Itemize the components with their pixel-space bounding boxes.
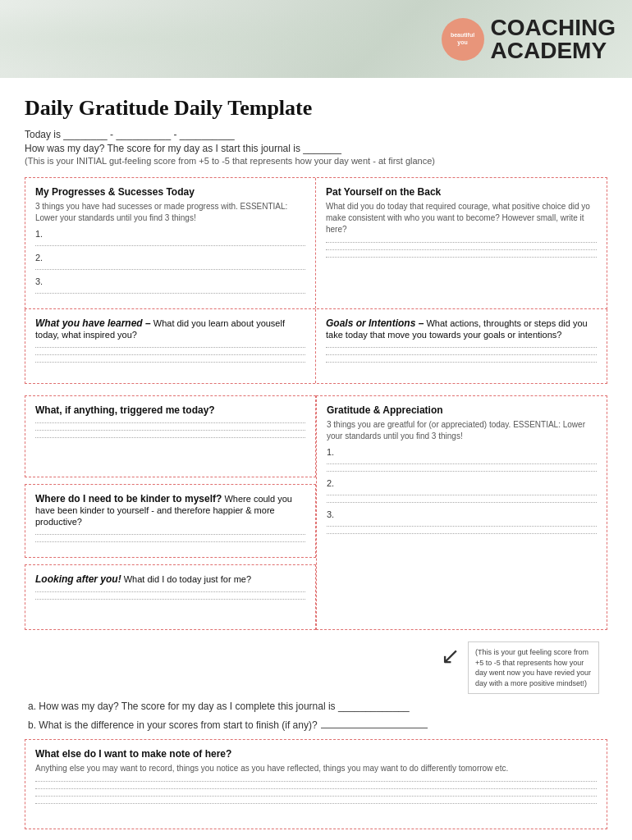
- kinder-div2: [35, 541, 305, 542]
- gratitude-item1: 1.: [327, 447, 597, 457]
- divider1: [35, 245, 305, 246]
- section-kinder: Where do I need to be kinder to myself? …: [25, 484, 316, 558]
- question-b-text: b. What is the difference in your scores…: [28, 719, 318, 731]
- goals-title: Goals or Intentions – What actions, thro…: [326, 317, 597, 340]
- goals-div3: [326, 362, 597, 363]
- middle-grid: What you have learned – What did you lea…: [25, 309, 607, 384]
- pat-divider3: [326, 257, 597, 258]
- question-b-underline: [321, 717, 428, 728]
- grat-div3: [327, 495, 597, 495]
- logo-line2: ACADEMY: [491, 39, 616, 62]
- logo-area: beautiful you COACHING ACADEMY: [442, 16, 616, 62]
- section-triggered: What, if anything, triggered me today?: [25, 395, 316, 477]
- section-looking: Looking after you! What did I do today j…: [25, 564, 316, 630]
- lower-grid: What, if anything, triggered me today? W…: [25, 395, 607, 630]
- gratitude-subtitle: 3 things you are greatful for (or apprec…: [327, 419, 597, 442]
- grat-div6: [327, 533, 597, 534]
- logo-text: COACHING ACADEMY: [491, 16, 616, 62]
- final-div4: [35, 803, 597, 804]
- kinder-title: Where do I need to be kinder to myself? …: [35, 493, 305, 527]
- triggered-div1: [35, 422, 305, 423]
- gratitude-item3: 3.: [327, 509, 597, 519]
- section-pat: Pat Yourself on the Back What did you do…: [316, 178, 607, 308]
- question-a: a. How was my day? The score for my day …: [28, 701, 607, 712]
- grat-div5: [327, 526, 597, 527]
- section-learned: What you have learned – What did you lea…: [25, 309, 316, 383]
- looking-title-normal: What did I do today just for me?: [121, 574, 251, 584]
- triggered-div3: [35, 437, 305, 438]
- logo-circle-line2: you: [457, 39, 467, 46]
- section-gratitude: Gratitude & Appreciation 3 things you ar…: [316, 395, 607, 630]
- score-line: How was my day? The score for my day as …: [25, 143, 607, 154]
- bottom-score-area: ↙ (This is your gut feeling score from +…: [25, 641, 607, 694]
- gratitude-item2: 2.: [327, 478, 597, 488]
- gratitude-title: Gratitude & Appreciation: [327, 404, 597, 416]
- learned-div1: [35, 347, 305, 348]
- top-grid: My Progresses & Sucesses Today 3 things …: [25, 177, 607, 309]
- pat-divider1: [326, 242, 597, 243]
- grat-div1: [327, 463, 597, 464]
- final-div3: [35, 796, 597, 797]
- looking-title-bold: Looking after you!: [35, 573, 121, 585]
- goals-div1: [326, 347, 597, 348]
- page-title: Daily Gratitude Daily Template: [25, 96, 607, 121]
- goals-div2: [326, 354, 597, 355]
- progresses-subtitle: 3 things you have had sucesses or made p…: [35, 201, 305, 224]
- looking-div2: [35, 599, 305, 600]
- lower-left: What, if anything, triggered me today? W…: [25, 395, 316, 630]
- section-progresses: My Progresses & Sucesses Today 3 things …: [25, 178, 316, 308]
- looking-div1: [35, 591, 305, 592]
- learned-div2: [35, 354, 305, 355]
- date-line: Today is ________ - __________ - _______…: [25, 129, 607, 140]
- triggered-title: What, if anything, triggered me today?: [35, 404, 305, 416]
- pat-lines: [326, 242, 597, 258]
- bottom-questions: a. How was my day? The score for my day …: [25, 701, 607, 731]
- section-final-note: What else do I want to make note of here…: [25, 739, 607, 829]
- page: beautiful you COACHING ACADEMY Daily Gra…: [0, 0, 632, 840]
- looking-title: Looking after you! What did I do today j…: [35, 573, 305, 585]
- progresses-item1: 1.: [35, 229, 305, 239]
- final-div2: [35, 788, 597, 789]
- progresses-item3: 3.: [35, 276, 305, 286]
- divider2: [35, 269, 305, 270]
- bottom-score-note: (This is your gut feeling score from +5 …: [468, 641, 599, 694]
- progresses-title: My Progresses & Sucesses Today: [35, 186, 305, 198]
- progresses-item2: 2.: [35, 253, 305, 262]
- grat-div4: [327, 502, 597, 503]
- logo-line1: COACHING: [491, 16, 616, 39]
- content: Daily Gratitude Daily Template Today is …: [0, 78, 632, 840]
- learned-div3: [35, 362, 305, 363]
- pat-subtitle: What did you do today that required cour…: [326, 201, 597, 235]
- learned-title-bold: What you have learned –: [35, 317, 151, 329]
- triggered-div2: [35, 430, 305, 431]
- final-div1: [35, 781, 597, 782]
- final-note-subtitle: Anything else you may want to record, th…: [35, 763, 597, 774]
- learned-title: What you have learned – What did you lea…: [35, 317, 305, 340]
- logo-circle: beautiful you: [442, 18, 484, 61]
- logo-circle-line1: beautiful: [451, 32, 474, 39]
- score-note: (This is your INITIAL gut-feeling score …: [25, 156, 607, 166]
- divider3: [35, 293, 305, 294]
- section-goals: Goals or Intentions – What actions, thro…: [316, 309, 607, 383]
- pat-divider2: [326, 249, 597, 250]
- final-note-title: What else do I want to make note of here…: [35, 748, 597, 760]
- grat-div2: [327, 471, 597, 472]
- kinder-div1: [35, 534, 305, 535]
- pat-title: Pat Yourself on the Back: [326, 186, 597, 198]
- question-a-text: a. How was my day? The score for my day …: [28, 701, 410, 712]
- header: beautiful you COACHING ACADEMY: [0, 0, 632, 78]
- question-b: b. What is the difference in your scores…: [28, 717, 607, 731]
- kinder-title-bold: Where do I need to be kinder to myself?: [35, 493, 222, 504]
- score-arrow-icon: ↙: [441, 645, 460, 668]
- goals-title-bold: Goals or Intentions –: [326, 317, 424, 329]
